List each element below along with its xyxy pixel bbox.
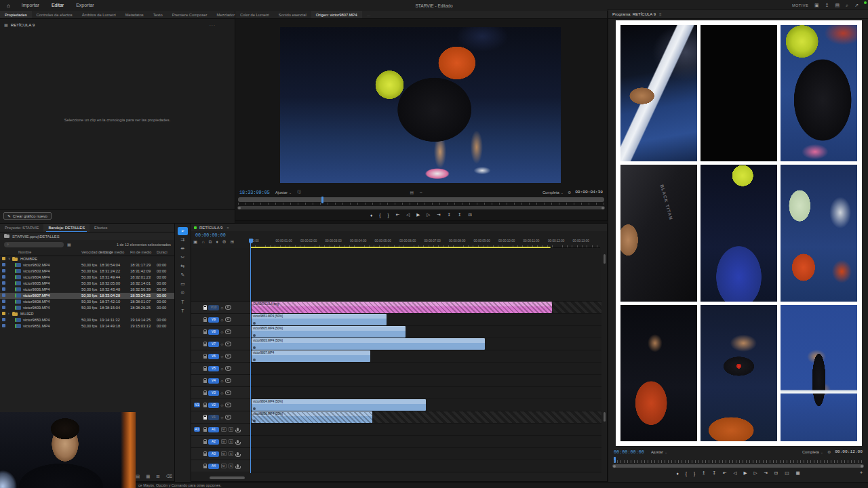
source-video-frame[interactable] — [280, 27, 561, 183]
clip-row[interactable]: victor9804.MP450,00 fps18:31:49:4418:32:… — [0, 274, 175, 281]
track-lock-icon[interactable] — [203, 441, 207, 444]
track-target-badge[interactable]: V1 — [208, 415, 219, 420]
track-lane[interactable]: victor9804.MP4 [50%] — [252, 399, 601, 411]
keyframe-toggle-icon[interactable]: ◇ — [221, 379, 224, 383]
menu-editar[interactable]: Editar — [45, 0, 70, 12]
track-target-badge[interactable]: V6 — [208, 354, 219, 359]
add-marker-icon[interactable]: ♦ — [676, 471, 678, 476]
track-lock-icon[interactable] — [203, 466, 207, 468]
timeline-timecode[interactable]: 00:00:00:00 — [195, 232, 226, 238]
panel-menu-icon[interactable]: ≡ — [659, 12, 662, 16]
source-scrub-bar[interactable] — [238, 197, 604, 202]
mark-out-icon[interactable]: } — [694, 471, 695, 476]
program-quality-dropdown[interactable]: Completa⌄ — [802, 450, 823, 454]
column-header-inicio-de-medio[interactable]: Inicio de medio — [100, 250, 124, 254]
track-select-tool[interactable]: ⇉ — [178, 236, 188, 244]
track-lane[interactable] — [252, 460, 601, 472]
fullscreen-icon[interactable]: ↗ — [854, 3, 859, 8]
track-target-badge[interactable]: V8 — [208, 329, 219, 335]
go-to-out-icon[interactable]: ⇥ — [437, 212, 440, 218]
wrench-icon[interactable]: ⚙ — [568, 190, 571, 195]
comparison-view-icon[interactable]: ◫ — [785, 470, 789, 476]
track-lane[interactable] — [252, 424, 601, 435]
timeline-clip[interactable]: victor9803.MP4 [50%] — [252, 338, 485, 350]
tab-sonido-esencial[interactable]: Sonido esencial — [274, 11, 311, 19]
voiceover-record-icon[interactable] — [237, 452, 239, 455]
workspace-label[interactable]: MOTIVE — [792, 3, 808, 7]
wrench-icon[interactable]: ⚙ — [827, 450, 831, 454]
track-output-eye-icon[interactable] — [225, 342, 231, 346]
source-zoom-dropdown[interactable]: Ajustar⌄ — [275, 190, 292, 195]
step-back-icon[interactable]: ◁ — [733, 470, 736, 476]
media-browser-icon[interactable]: ▤ — [835, 3, 840, 8]
type-tool[interactable]: T — [178, 298, 188, 306]
track-lane[interactable] — [252, 363, 601, 374]
mark-out-icon[interactable]: } — [388, 213, 389, 218]
timeline-horizontal-scrollbar[interactable] — [210, 476, 245, 479]
track-lane[interactable]: CUADRICULA.png — [252, 302, 601, 313]
list-view-icon[interactable]: ▤ — [136, 474, 140, 479]
track-target-badge[interactable]: V7 — [208, 342, 219, 347]
keyframe-toggle-icon[interactable]: ◇ — [221, 415, 224, 420]
clip-row[interactable]: victor9809.MP450,00 fps18:38:15:0418:38:… — [0, 305, 175, 311]
track-target-badge[interactable]: V4 — [208, 378, 219, 384]
timeline-vertical-scrollbar[interactable] — [604, 254, 606, 264]
close-icon[interactable]: × — [226, 226, 229, 230]
tab-controles-de-efectos[interactable]: Controles de efectos — [32, 11, 77, 19]
new-bin-icon[interactable]: ⊞ — [156, 474, 159, 479]
tab-metadatos[interactable]: Metadatos — [121, 11, 149, 19]
drag-video-icon[interactable]: ▤ — [410, 190, 414, 195]
timeline-clip[interactable]: CUADRICULA.png — [252, 302, 552, 313]
track-target-badge[interactable]: V5 — [208, 366, 219, 371]
clip-row[interactable]: victor9806.MP450,00 fps18:32:43:4818:32:… — [0, 287, 175, 293]
voiceover-record-icon[interactable] — [237, 428, 239, 431]
column-header-duraci[interactable]: Duraci — [157, 250, 167, 254]
solo-button[interactable]: S — [229, 427, 234, 432]
playhead[interactable] — [250, 239, 251, 473]
source-playhead[interactable] — [321, 197, 323, 203]
quick-export-icon[interactable]: ↥ — [825, 3, 829, 8]
track-lock-icon[interactable] — [203, 307, 207, 310]
slip-tool[interactable]: ⇆ — [178, 262, 188, 270]
track-lane[interactable] — [252, 387, 601, 399]
clip-row[interactable]: victor9850.MP450,00 fps19:14:11:3219:14:… — [0, 317, 175, 323]
keyframe-toggle-icon[interactable]: ◇ — [221, 367, 224, 371]
rectangle-tool[interactable]: ▭ — [178, 280, 188, 288]
track-lane[interactable]: victor9851.MP4 [50%] — [252, 314, 601, 325]
track-output-eye-icon[interactable] — [225, 403, 231, 407]
clip-row[interactable]: victor9808.MP450,00 fps18:37:42:1018:38:… — [0, 299, 175, 305]
menu-exportar[interactable]: Exportar — [70, 0, 100, 12]
column-header-nombre[interactable]: Nombre — [18, 250, 31, 254]
mute-button[interactable]: M — [221, 451, 227, 456]
menu-importar[interactable]: Importar — [16, 0, 45, 12]
mute-button[interactable]: M — [221, 439, 227, 444]
track-target-badge[interactable]: V10 — [208, 305, 219, 310]
track-lane[interactable] — [252, 436, 601, 447]
add-marker-icon[interactable]: ♦ — [370, 213, 372, 218]
go-to-in-icon[interactable]: ⇤ — [396, 212, 399, 218]
selection-tool[interactable]: ➢ — [178, 227, 188, 235]
breadcrumb[interactable]: STARVIE.pproj\DETALLES — [0, 232, 175, 240]
timeline-clip[interactable]: victor9805.MP4 [50%] — [252, 326, 406, 338]
timeline-clip[interactable]: victor9851.MP4 [50%] — [252, 314, 387, 325]
timeline-settings-icon[interactable]: ⚙ — [222, 239, 226, 245]
razor-tool[interactable]: ✂ — [178, 253, 188, 262]
track-lock-icon[interactable] — [203, 453, 207, 456]
voiceover-record-icon[interactable] — [237, 464, 239, 468]
multicam-icon[interactable]: ▦ — [795, 470, 800, 476]
track-lane[interactable]: victor9805.MP4 [50%] — [252, 326, 601, 338]
track-output-eye-icon[interactable] — [225, 317, 231, 322]
export-frame-icon[interactable]: ⊡ — [469, 212, 472, 218]
expander-icon[interactable]: › — [8, 312, 9, 315]
program-zoom-scrollbar[interactable] — [612, 464, 864, 468]
track-lock-icon[interactable] — [203, 368, 207, 371]
track-target-badge[interactable]: A2 — [208, 439, 219, 445]
lift-icon[interactable]: ↥ — [702, 470, 705, 476]
track-lock-icon[interactable] — [203, 429, 207, 432]
solo-button[interactable]: S — [229, 451, 234, 456]
program-tab[interactable]: Programa: RETÍCULA 9 ≡ — [608, 9, 868, 19]
panel-menu-icon[interactable]: ··· — [210, 22, 216, 27]
track-output-eye-icon[interactable] — [225, 415, 231, 420]
timeline-clip[interactable]: victor9804.MP4 [50%] — [252, 399, 426, 411]
expander-icon[interactable]: ∨ — [8, 257, 10, 260]
